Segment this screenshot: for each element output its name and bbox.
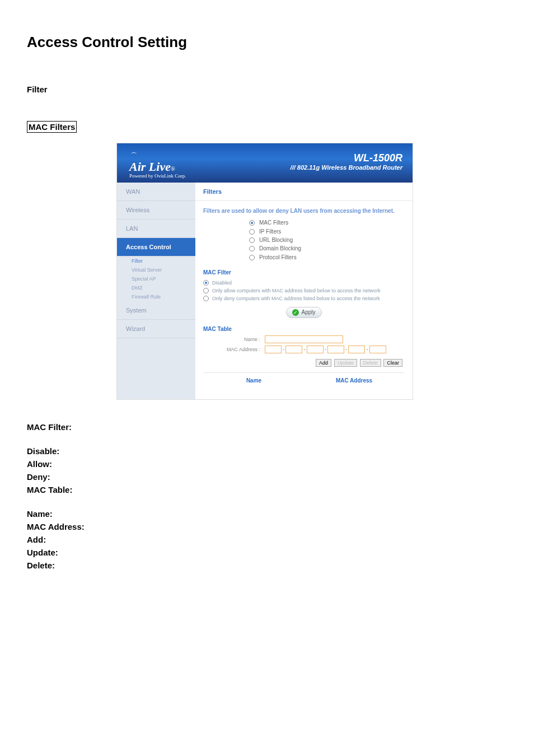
filter-type-url[interactable]: URL Blocking — [203, 236, 405, 244]
def-add: Add: — [27, 535, 507, 544]
clear-button[interactable]: Clear — [383, 359, 402, 367]
mac-filter-opt-label: Disabled — [212, 280, 232, 286]
col-mac: MAC Address — [305, 374, 404, 387]
mac-filter-opt-allow[interactable]: Only allow computers with MAC address li… — [203, 287, 405, 295]
def-mac-table: MAC Table: — [27, 485, 507, 494]
mac-table-grid: Name MAC Address — [203, 372, 405, 388]
mac-address-label: MAC Address : — [203, 347, 265, 352]
radio-icon — [249, 237, 255, 243]
sidebar-sub-special-ap[interactable]: Special AP — [117, 274, 195, 283]
filter-type-protocol[interactable]: Protocol Filters — [203, 253, 405, 261]
mac-filter-opt-label: Only deny computers with MAC address lis… — [212, 296, 380, 301]
sidebar: WAN Wireless LAN Access Control Filter V… — [117, 183, 195, 399]
radio-icon — [249, 246, 255, 251]
def-disable: Disable: — [27, 446, 507, 456]
panel-hint: Filters are used to allow or deny LAN us… — [203, 208, 405, 214]
col-name: Name — [204, 374, 303, 387]
mac-part-4[interactable] — [327, 346, 344, 353]
add-button[interactable]: Add — [316, 359, 331, 367]
name-input[interactable] — [265, 335, 343, 343]
mac-filter-title: MAC Filter — [203, 269, 405, 276]
sidebar-item-access-control[interactable]: Access Control — [117, 238, 195, 256]
brand-name: Air Live — [129, 160, 171, 174]
model-subtitle: /// 802.11g Wireless Broadband Router — [291, 164, 402, 171]
def-mac-filter-heading: MAC Filter: — [27, 422, 507, 432]
mac-part-5[interactable] — [348, 346, 365, 353]
main-panel: Filters Filters are used to allow or den… — [195, 183, 413, 399]
radio-icon — [249, 220, 255, 226]
mac-part-6[interactable] — [369, 346, 386, 353]
sidebar-item-wizard[interactable]: Wizard — [117, 320, 195, 338]
sidebar-item-wireless[interactable]: Wireless — [117, 201, 195, 220]
def-deny: Deny: — [27, 472, 507, 482]
sidebar-item-wan[interactable]: WAN — [117, 183, 195, 201]
def-delete: Delete: — [27, 561, 507, 570]
def-allow: Allow: — [27, 459, 507, 469]
section-filter-label: Filter — [27, 85, 507, 94]
router-header: ⌒ Air Live® Powered by OvisLink Corp. WL… — [117, 143, 413, 183]
filter-type-label: MAC Filters — [259, 220, 288, 226]
sidebar-sub-virtual-server[interactable]: Virtual Server — [117, 265, 195, 274]
mac-filter-opt-deny[interactable]: Only deny computers with MAC address lis… — [203, 295, 405, 302]
filter-type-domain[interactable]: Domain Blocking — [203, 244, 405, 253]
reg-mark: ® — [171, 166, 175, 172]
radio-icon — [249, 229, 255, 235]
header-right: WL-1500R /// 802.11g Wireless Broadband … — [291, 152, 402, 171]
sidebar-submenu: Filter Virtual Server Special AP DMZ Fir… — [117, 256, 195, 301]
radio-icon — [249, 255, 255, 260]
page-title: Access Control Setting — [27, 34, 507, 51]
radio-icon — [203, 296, 209, 301]
mac-filter-opt-disabled[interactable]: Disabled — [203, 279, 405, 287]
def-mac-address: MAC Address: — [27, 522, 507, 531]
brand-powered-by: Powered by OvisLink Corp. — [129, 173, 186, 179]
name-label: Name : — [203, 337, 265, 342]
filter-type-label: Domain Blocking — [259, 245, 301, 251]
apply-label: Apply — [301, 309, 315, 315]
delete-button[interactable]: Delete — [360, 359, 381, 367]
mac-filter-opt-label: Only allow computers with MAC address li… — [212, 288, 381, 293]
panel-title: Filters — [195, 183, 413, 201]
filter-type-mac[interactable]: MAC Filters — [203, 218, 405, 227]
brand-logo: ⌒ Air Live® Powered by OvisLink Corp. — [129, 151, 186, 179]
def-update: Update: — [27, 548, 507, 557]
sidebar-item-system[interactable]: System — [117, 301, 195, 320]
mac-part-3[interactable] — [307, 346, 324, 353]
sidebar-item-lan[interactable]: LAN — [117, 220, 195, 238]
apply-button[interactable]: ✓ Apply — [286, 307, 321, 318]
mac-part-2[interactable] — [285, 346, 302, 353]
mac-part-1[interactable] — [265, 346, 282, 353]
check-icon: ✓ — [292, 309, 299, 316]
router-admin-panel: ⌒ Air Live® Powered by OvisLink Corp. WL… — [116, 143, 413, 400]
sidebar-sub-firewall-rule[interactable]: Firewall Rule — [117, 292, 195, 301]
update-button[interactable]: Update — [334, 359, 357, 367]
radio-icon — [203, 288, 209, 293]
mac-table-title: MAC Table — [203, 326, 405, 332]
sidebar-sub-dmz[interactable]: DMZ — [117, 283, 195, 292]
filter-type-label: URL Blocking — [259, 237, 293, 243]
model-number: WL-1500R — [291, 152, 402, 164]
filter-type-ip[interactable]: IP Filters — [203, 227, 405, 235]
filter-type-label: IP Filters — [259, 228, 281, 235]
radio-icon — [203, 280, 209, 286]
def-name: Name: — [27, 509, 507, 519]
filter-type-label: Protocol Filters — [259, 254, 297, 260]
sidebar-sub-filter[interactable]: Filter — [117, 256, 195, 265]
section-mac-filters-heading: MAC Filters — [27, 121, 77, 133]
